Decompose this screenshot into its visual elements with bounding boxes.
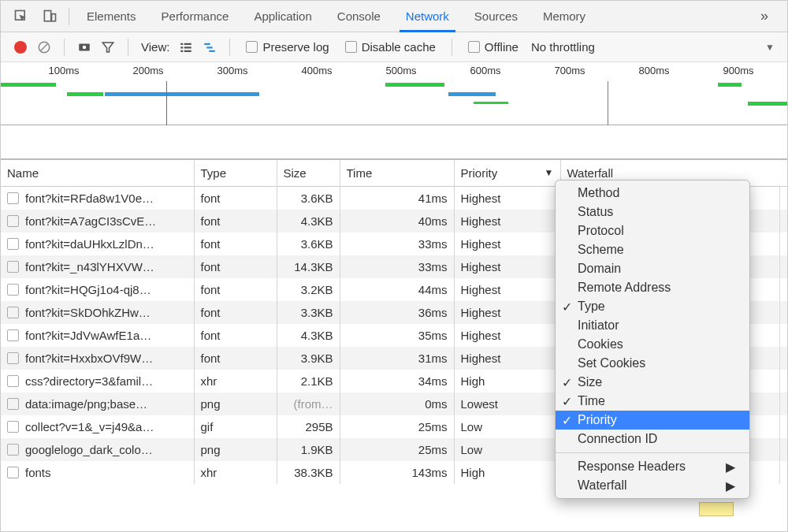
context-menu-item[interactable]: Status — [556, 203, 749, 221]
filter-icon[interactable] — [96, 32, 120, 62]
tab-network[interactable]: Network — [393, 1, 462, 32]
disable-cache-checkbox[interactable]: Disable cache — [345, 40, 436, 54]
cell-name: collect?v=1&_v=j49&a… — [1, 415, 194, 438]
device-toggle-icon[interactable] — [35, 1, 64, 32]
context-menu-item[interactable]: Waterfall▶ — [556, 476, 749, 495]
devtools-tab-bar: ElementsPerformanceApplicationConsoleNet… — [1, 1, 787, 32]
check-icon: ✓ — [562, 413, 572, 428]
context-menu-item[interactable]: Remote Address — [556, 278, 749, 297]
context-menu-item-label: Cookies — [578, 337, 623, 352]
context-menu-item[interactable]: Scheme — [556, 240, 749, 259]
context-menu-item[interactable]: Response Headers▶ — [556, 457, 749, 476]
preserve-log-checkbox[interactable]: Preserve log — [246, 40, 329, 54]
context-menu-item-label: Time — [578, 394, 605, 408]
context-menu-item-label: Protocol — [578, 224, 624, 238]
column-name[interactable]: Name — [1, 159, 194, 186]
cell-size: 4.3KB — [277, 324, 340, 347]
cell-type: font — [194, 210, 277, 233]
tabs-overflow-button[interactable]: » — [748, 8, 781, 24]
svg-rect-2 — [52, 13, 56, 20]
cell-priority: High — [454, 461, 560, 484]
cell-name: css?directory=3&famil… — [1, 370, 194, 392]
cell-time: 40ms — [340, 210, 454, 233]
capture-screenshot-icon[interactable] — [72, 32, 96, 62]
cell-priority: Highest — [454, 301, 560, 324]
network-timeline[interactable]: 100ms200ms300ms400ms500ms600ms700ms800ms… — [1, 62, 787, 125]
svg-rect-14 — [205, 43, 211, 44]
context-menu-item-label: Initiator — [578, 318, 619, 333]
disable-cache-label: Disable cache — [362, 40, 436, 54]
tab-performance[interactable]: Performance — [149, 1, 242, 32]
cell-size: 3.9KB — [277, 347, 340, 370]
tab-memory[interactable]: Memory — [530, 1, 598, 32]
cell-type: font — [194, 233, 277, 255]
cell-size: 2.1KB — [277, 370, 340, 392]
column-type[interactable]: Type — [194, 159, 277, 186]
clear-button[interactable] — [32, 32, 56, 62]
cell-priority: Highest — [454, 186, 560, 210]
cell-priority: Low — [454, 415, 560, 438]
tab-console[interactable]: Console — [325, 1, 393, 32]
cell-priority: Lowest — [454, 392, 560, 415]
check-icon: ✓ — [562, 375, 572, 390]
throttling-select[interactable]: No throttling — [531, 40, 595, 54]
tab-application[interactable]: Application — [241, 1, 324, 32]
cell-time: 33ms — [340, 255, 454, 278]
cell-priority: Highest — [454, 233, 560, 255]
context-menu-item[interactable]: Set Cookies — [556, 354, 749, 373]
cell-name: font?kit=A7agCI3sCvE… — [1, 210, 194, 233]
waterfall-view-icon[interactable] — [198, 32, 221, 62]
cell-name: data:image/png;base… — [1, 392, 194, 415]
cell-size: 4.3KB — [277, 210, 340, 233]
column-time[interactable]: Time — [340, 159, 454, 186]
cell-size: (from… — [277, 392, 340, 415]
cell-priority: Low — [454, 438, 560, 461]
view-label: View: — [141, 40, 169, 54]
cell-name: font?kit=HxxbxOVf9W… — [1, 347, 194, 370]
svg-rect-10 — [181, 47, 184, 48]
record-button[interactable] — [9, 32, 32, 62]
column-size[interactable]: Size — [277, 159, 340, 186]
sort-indicator-icon: ▼ — [545, 167, 554, 178]
cell-name: font?kit=SkDOhkZHw… — [1, 301, 194, 324]
cell-size: 3.6KB — [277, 233, 340, 255]
svg-rect-16 — [210, 50, 216, 51]
cell-time: 31ms — [340, 347, 454, 370]
svg-rect-12 — [181, 50, 184, 51]
context-menu-item[interactable]: Method — [556, 184, 749, 203]
context-menu-item[interactable]: Protocol — [556, 221, 749, 240]
context-menu-item-label: Set Cookies — [578, 356, 645, 370]
check-icon: ✓ — [562, 299, 572, 314]
throttling-caret-icon[interactable]: ▼ — [765, 42, 779, 53]
inspect-icon[interactable] — [7, 1, 35, 32]
large-rows-icon[interactable] — [174, 32, 198, 62]
tab-sources[interactable]: Sources — [462, 1, 530, 32]
context-menu-item[interactable]: Cookies — [556, 335, 749, 354]
context-menu-item-label: Status — [578, 205, 613, 219]
column-context-menu: MethodStatusProtocolSchemeDomainRemote A… — [555, 180, 750, 499]
column-priority[interactable]: Priority ▼ — [454, 159, 560, 186]
timeline-tick: 400ms — [301, 65, 332, 76]
context-menu-item[interactable]: ✓Size — [556, 373, 749, 392]
context-menu-item[interactable]: Domain — [556, 259, 749, 278]
network-toolbar: View: Preserve log Disable cache Offline… — [1, 32, 787, 62]
cell-time: 44ms — [340, 278, 454, 301]
timeline-tick: 500ms — [385, 65, 416, 76]
cell-type: font — [194, 186, 277, 210]
tab-elements[interactable]: Elements — [74, 1, 149, 32]
context-menu-item[interactable]: ✓Time — [556, 392, 749, 411]
cell-time: 143ms — [340, 461, 454, 484]
offline-label: Offline — [485, 40, 519, 54]
cell-priority: Highest — [454, 278, 560, 301]
cell-size: 14.3KB — [277, 255, 340, 278]
context-menu-item[interactable]: ✓Priority — [556, 411, 749, 430]
offline-checkbox[interactable]: Offline — [468, 40, 519, 54]
submenu-arrow-icon: ▶ — [726, 459, 735, 474]
context-menu-item[interactable]: Initiator — [556, 316, 749, 335]
svg-rect-15 — [207, 47, 214, 48]
column-priority-label: Priority — [461, 166, 498, 180]
cell-name: googlelogo_dark_colo… — [1, 438, 194, 461]
svg-rect-13 — [184, 50, 191, 51]
context-menu-item[interactable]: Connection ID — [556, 430, 749, 448]
context-menu-item[interactable]: ✓Type — [556, 297, 749, 316]
